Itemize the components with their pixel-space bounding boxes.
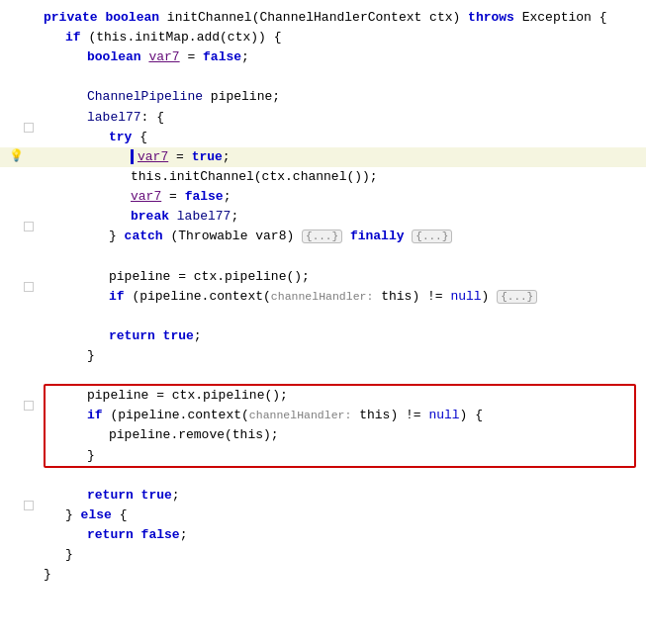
param-hint-token: channelHandler: xyxy=(271,290,374,303)
code-line: private boolean initChannel(ChannelHandl… xyxy=(0,8,646,28)
line-content: boolean var7 = false; xyxy=(30,47,646,67)
plain-token: } xyxy=(44,567,51,582)
line-content: label77: { xyxy=(30,108,646,128)
code-line xyxy=(0,466,646,486)
line-content: pipeline = ctx.pipeline(); xyxy=(30,267,646,287)
code-line: var7 = false; xyxy=(0,187,646,207)
keyword-token: return xyxy=(109,328,163,343)
collapsed-block[interactable]: {...} xyxy=(302,230,342,243)
code-line: 💡var7 = true; xyxy=(0,147,646,167)
plain-token: ) xyxy=(482,289,498,304)
code-line: pipeline = ctx.pipeline(); xyxy=(0,386,646,406)
plain-token: : { xyxy=(141,110,164,125)
code-line xyxy=(0,67,646,87)
bool-token: true xyxy=(192,149,223,164)
plain-token: pipeline.remove(this); xyxy=(109,427,279,442)
code-line: } xyxy=(0,545,646,565)
code-line: if (pipeline.context(channelHandler: thi… xyxy=(0,406,646,425)
code-line: return false; xyxy=(0,525,646,545)
plain-token: Exception { xyxy=(522,10,607,25)
fold-marker[interactable] xyxy=(24,501,34,510)
line-content: if (pipeline.context(channelHandler: thi… xyxy=(30,287,646,307)
plain-token: ; xyxy=(241,49,249,64)
plain-token: (pipeline.context( xyxy=(110,408,248,422)
code-line: try { xyxy=(0,128,646,147)
plain-token: } xyxy=(65,507,81,522)
plain-token: pipeline = ctx.pipeline(); xyxy=(109,269,310,284)
line-content: } else { xyxy=(30,506,646,525)
plain-token: ; xyxy=(223,149,231,164)
keyword-token: if xyxy=(87,408,110,422)
keyword-token: throws xyxy=(468,10,522,25)
code-line: boolean var7 = false; xyxy=(0,47,646,67)
label-token: label77 xyxy=(177,209,231,224)
plain-token: this) != xyxy=(351,408,428,422)
highlight-bar xyxy=(131,149,134,164)
line-content: var7 = false; xyxy=(30,187,646,207)
code-line: } xyxy=(0,565,646,585)
code-line: return true; xyxy=(0,486,646,506)
line-content: } catch (Throwable var8) {...} finally {… xyxy=(30,227,646,246)
code-line: label77: { xyxy=(0,108,646,128)
keyword-token: return xyxy=(87,527,141,542)
plain-token: { xyxy=(139,130,147,144)
keyword-token: break xyxy=(131,209,177,224)
code-line: ChannelPipeline pipeline; xyxy=(0,87,646,107)
collapsed-block[interactable]: {...} xyxy=(412,230,452,243)
keyword-token: try xyxy=(109,130,139,144)
bool-token: false xyxy=(141,527,180,542)
plain-token: (pipeline.context( xyxy=(132,289,270,304)
plain-token: this.initChannel(ctx.channel()); xyxy=(131,169,378,184)
code-editor: private boolean initChannel(ChannelHandl… xyxy=(0,0,646,644)
plain-token: } xyxy=(109,229,125,243)
null-token: null xyxy=(428,408,459,422)
line-content: var7 = true; xyxy=(30,147,646,167)
keyword-token: boolean xyxy=(87,49,148,64)
plain-token: } xyxy=(87,448,95,463)
plain-token: .initMap.add(ctx)) { xyxy=(127,30,281,45)
code-line: return true; xyxy=(0,326,646,346)
fold-marker[interactable] xyxy=(24,222,34,231)
plain-token: } xyxy=(65,547,73,562)
fold-marker[interactable] xyxy=(24,123,34,133)
line-content: } xyxy=(30,346,646,366)
bool-token: false xyxy=(185,189,224,204)
line-content: return false; xyxy=(30,525,646,545)
plain-token: (Throwable var8) xyxy=(170,229,302,243)
type-token: ChannelPipeline xyxy=(87,89,211,104)
keyword-token: finally xyxy=(350,229,412,243)
code-line xyxy=(0,307,646,326)
plain-token: ; xyxy=(224,189,231,204)
line-content: return true; xyxy=(30,486,646,506)
line-content: break label77; xyxy=(30,207,646,227)
keyword-token: private xyxy=(44,10,105,25)
plain-token: { xyxy=(120,507,128,522)
code-line: if (pipeline.context(channelHandler: thi… xyxy=(0,287,646,307)
null-token: null xyxy=(450,289,481,304)
code-line xyxy=(0,366,646,386)
plain-token: = xyxy=(180,49,203,64)
fold-marker[interactable] xyxy=(24,401,34,411)
keyword-token: catch xyxy=(125,229,171,243)
collapsed-block[interactable]: {...} xyxy=(497,290,537,304)
plain-token: } xyxy=(87,348,95,363)
code-line: if (this.initMap.add(ctx)) { xyxy=(0,28,646,47)
keyword-token: if xyxy=(65,30,88,45)
param-hint-token: channelHandler: xyxy=(249,409,352,421)
bool-token: true xyxy=(163,328,194,343)
fold-marker[interactable] xyxy=(24,282,34,292)
label-token: label77 xyxy=(87,110,141,125)
code-line xyxy=(0,247,646,267)
line-content: ChannelPipeline pipeline; xyxy=(30,87,646,107)
line-content: pipeline.remove(this); xyxy=(30,425,646,445)
plain-token: = xyxy=(168,149,191,164)
line-content: private boolean initChannel(ChannelHandl… xyxy=(30,8,646,28)
code-line: } xyxy=(0,446,646,466)
keyword-token: else xyxy=(81,507,120,522)
plain-token: this) != xyxy=(373,289,450,304)
line-content: this.initChannel(ctx.channel()); xyxy=(30,167,646,187)
line-content: } xyxy=(30,545,646,565)
code-line: break label77; xyxy=(0,207,646,227)
plain-token: initChannel(ChannelHandlerContext ctx) xyxy=(167,10,468,25)
line-gutter: 💡 xyxy=(0,147,30,166)
